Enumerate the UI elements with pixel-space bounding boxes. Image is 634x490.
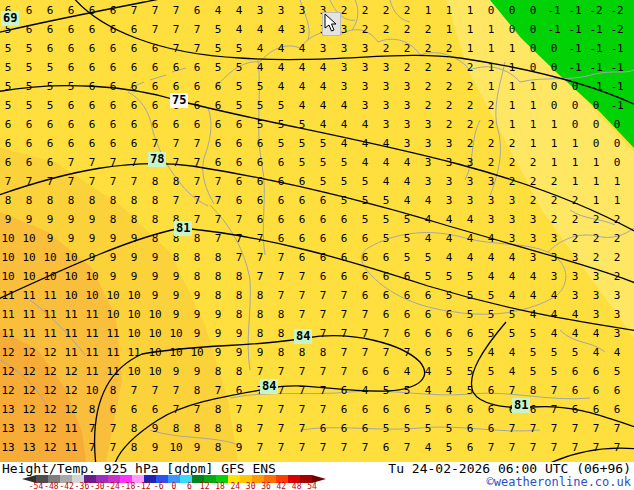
scale-tick-label: 48 — [292, 483, 302, 490]
contour-label: 69 — [1, 11, 19, 26]
scale-tick-label: -18 — [121, 483, 135, 490]
scale-tick-label: -36 — [75, 483, 89, 490]
scale-tick-label: -30 — [90, 483, 104, 490]
scale-tick-label: 6 — [187, 483, 192, 490]
map-title: Height/Temp. 925 hPa [gdpm] GFS ENS — [2, 461, 276, 476]
contour-label: 84 — [294, 329, 312, 344]
scale-tick-label: 42 — [277, 483, 287, 490]
scale-tick-label: 18 — [215, 483, 225, 490]
scale-tick-label: 12 — [200, 483, 210, 490]
contour-label: 81 — [512, 398, 530, 413]
credit-watermark: ©weatheronline.co.uk — [487, 475, 632, 489]
color-scale-labels: -54-48-42-36-30-24-18-12-606121824303642… — [36, 483, 312, 490]
contour-label: 84 — [260, 379, 278, 394]
scale-tick-label: 30 — [246, 483, 256, 490]
contour-label: 81 — [174, 221, 192, 236]
weather-map: 66666677764433332222111000-1-1-2-2566666… — [0, 0, 634, 462]
scale-tick-label: -12 — [136, 483, 150, 490]
contour-label: 75 — [170, 93, 188, 108]
scale-tick-label: -54 — [29, 483, 43, 490]
mouse-cursor-icon — [322, 12, 341, 36]
weather-map-screenshot: 66666677764433332222111000-1-1-2-2566666… — [0, 0, 634, 490]
contour-label: 78 — [148, 152, 166, 167]
scale-tick-label: -24 — [105, 483, 119, 490]
valid-datetime: Tu 24-02-2026 06:00 UTC (06+96) — [388, 461, 631, 476]
contour-labels-layer: 69757881848481 — [0, 0, 634, 462]
scale-tick-label: -6 — [154, 483, 164, 490]
scale-tick-label: -42 — [59, 483, 73, 490]
scale-tick-label: 0 — [172, 483, 177, 490]
map-footer: Height/Temp. 925 hPa [gdpm] GFS ENS Tu 2… — [0, 462, 634, 490]
scale-tick-label: -48 — [44, 483, 58, 490]
scale-tick-label: 36 — [261, 483, 271, 490]
scale-tick-label: 24 — [231, 483, 241, 490]
scale-tick-label: 54 — [307, 483, 317, 490]
